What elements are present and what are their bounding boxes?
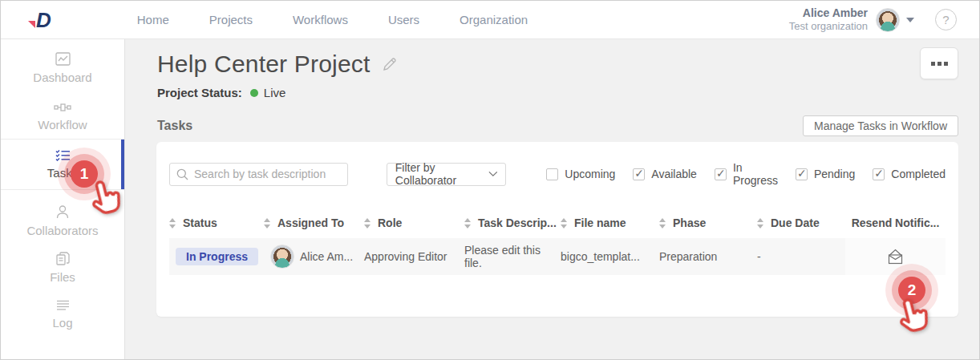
- question-mark-icon: ?: [942, 13, 949, 26]
- user-organization: Test organization: [789, 20, 868, 33]
- checkbox-icon[interactable]: [796, 168, 808, 180]
- logo-triangle-icon: [28, 21, 35, 28]
- user-name: Alice Amber: [789, 6, 868, 21]
- task-search-input[interactable]: [194, 168, 341, 180]
- sidebar-item-tasks[interactable]: Tasks: [1, 140, 124, 189]
- filter-checkbox-pending[interactable]: Pending: [796, 168, 855, 180]
- log-icon: [56, 300, 70, 311]
- sidebar-item-dashboard[interactable]: Dashboard: [1, 46, 124, 91]
- task-role-cell: Approving Editor: [364, 250, 464, 263]
- sort-icon[interactable]: [659, 218, 666, 229]
- task-file-name-cell: bigco_templat...: [561, 250, 659, 263]
- column-header-file-name[interactable]: File name: [561, 216, 659, 229]
- task-description-cell: Please edit this file.: [464, 244, 561, 269]
- sidebar-item-label: Files: [50, 270, 75, 284]
- collaborators-icon: [56, 205, 69, 219]
- task-search-box[interactable]: [169, 163, 348, 186]
- user-avatar[interactable]: [876, 8, 900, 32]
- column-header-status[interactable]: Status: [169, 216, 264, 229]
- workflow-icon: [54, 102, 71, 113]
- project-status-label: Project Status:: [157, 86, 242, 99]
- chevron-down-icon: [488, 171, 498, 177]
- edit-title-icon[interactable]: [382, 57, 397, 72]
- assignee-avatar: [270, 245, 294, 269]
- nav-item-organization[interactable]: Organization: [460, 13, 528, 26]
- column-header-role[interactable]: Role: [364, 216, 464, 229]
- task-due-date-cell: -: [757, 250, 845, 263]
- sidebar-item-label: Dashboard: [33, 71, 91, 84]
- nav-item-home[interactable]: Home: [137, 13, 169, 26]
- tasks-table: Status Assigned To Role Task Descri: [169, 208, 946, 275]
- column-header-phase[interactable]: Phase: [659, 216, 757, 229]
- filter-checkbox-available[interactable]: Available: [633, 168, 697, 180]
- live-status-dot-icon: [250, 89, 258, 97]
- top-bar: D Home Projects Workflows Users Organiza…: [1, 1, 979, 39]
- sidebar-item-label: Collaborators: [26, 224, 98, 237]
- sort-icon[interactable]: [464, 218, 471, 229]
- column-header-assigned-to[interactable]: Assigned To: [264, 216, 364, 229]
- filter-checkbox-in-progress[interactable]: In Progress: [715, 161, 778, 187]
- nav-item-users[interactable]: Users: [388, 13, 419, 26]
- sort-icon[interactable]: [264, 218, 270, 229]
- sort-icon[interactable]: [169, 218, 176, 229]
- table-header-row: Status Assigned To Role Task Descri: [169, 208, 946, 238]
- nav-item-workflows[interactable]: Workflows: [293, 13, 348, 26]
- sidebar-item-collaborators[interactable]: Collaborators: [1, 198, 124, 245]
- resend-notification-button[interactable]: [886, 249, 905, 265]
- column-header-resend-notification: Resend Notific...: [845, 216, 946, 229]
- help-button[interactable]: ?: [935, 9, 957, 30]
- user-info: Alice Amber Test organization: [789, 6, 868, 34]
- filter-checkbox-upcoming[interactable]: Upcoming: [546, 168, 615, 180]
- task-status-cell: In Progress: [169, 248, 264, 265]
- task-resend-cell: [845, 238, 946, 275]
- column-header-task-description[interactable]: Task Descrip...: [464, 216, 561, 229]
- checkbox-icon[interactable]: [546, 168, 558, 180]
- sidebar-item-label: Log: [52, 316, 72, 330]
- sidebar-item-files[interactable]: Files: [1, 245, 124, 291]
- sidebar-item-label: Tasks: [47, 166, 78, 180]
- task-assignee-cell: Alice Am...: [264, 245, 364, 269]
- logo-letter: D: [36, 10, 51, 30]
- sidebar-item-log[interactable]: Log: [1, 291, 124, 338]
- manage-tasks-button[interactable]: Manage Tasks in Workflow: [803, 115, 958, 136]
- collaborator-filter-label: Filter by Collaborator: [395, 161, 488, 187]
- sort-icon[interactable]: [364, 218, 371, 229]
- resend-notification-icon: [886, 249, 905, 265]
- checkbox-icon[interactable]: [715, 168, 727, 180]
- table-row[interactable]: In Progress Alice Am... Approving Editor…: [169, 238, 946, 275]
- user-menu[interactable]: Alice Amber Test organization ?: [789, 6, 979, 34]
- sidebar: Dashboard Workflow: [1, 39, 125, 360]
- tasks-section-title: Tasks: [157, 119, 192, 133]
- task-phase-cell: Preparation: [659, 250, 757, 263]
- search-icon: [176, 168, 188, 180]
- project-status-row: Project Status: Live: [157, 86, 958, 99]
- active-indicator: [121, 140, 124, 189]
- main-content: Help Center Project Project Status: Live…: [125, 39, 979, 360]
- filter-checkbox-completed[interactable]: Completed: [873, 168, 946, 180]
- dashboard-icon: [55, 52, 71, 66]
- checkbox-icon[interactable]: [873, 168, 885, 180]
- app-window: D Home Projects Workflows Users Organiza…: [0, 0, 980, 360]
- sidebar-item-tasks-wrap: Tasks: [1, 139, 124, 190]
- sidebar-item-workflow[interactable]: Workflow: [1, 94, 124, 139]
- project-status-value: Live: [264, 86, 286, 99]
- status-filter-group: Upcoming Available In Progress Pend: [546, 161, 946, 187]
- status-badge: In Progress: [176, 248, 258, 265]
- files-icon: [56, 252, 70, 265]
- sort-icon[interactable]: [757, 218, 763, 229]
- tasks-card: Filter by Collaborator Upcoming Availabl: [156, 142, 958, 317]
- tasks-icon: [55, 149, 71, 161]
- brand-logo[interactable]: D: [28, 10, 51, 30]
- page-title: Help Center Project: [157, 51, 371, 78]
- checkbox-icon[interactable]: [633, 168, 645, 180]
- collaborator-filter-dropdown[interactable]: Filter by Collaborator: [387, 163, 507, 186]
- sort-icon[interactable]: [561, 218, 567, 229]
- chevron-down-icon[interactable]: [906, 18, 914, 22]
- ellipsis-icon: [931, 62, 935, 66]
- top-navigation: Home Projects Workflows Users Organizati…: [137, 13, 528, 26]
- column-header-due-date[interactable]: Due Date: [757, 216, 845, 229]
- nav-item-projects[interactable]: Projects: [209, 13, 253, 26]
- more-actions-button[interactable]: [920, 47, 958, 79]
- sidebar-item-label: Workflow: [38, 118, 87, 131]
